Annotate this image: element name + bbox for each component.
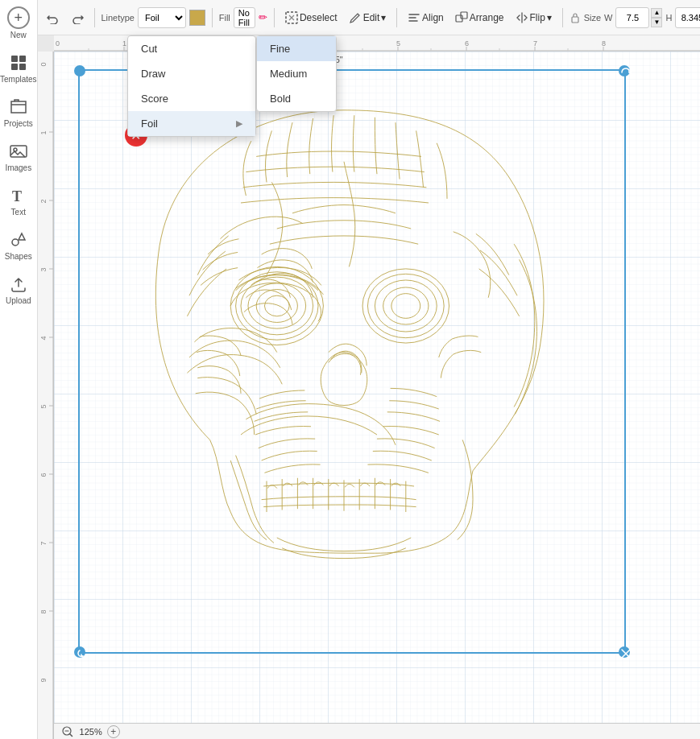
template-icon <box>8 52 29 73</box>
dropdown-item-draw[interactable]: Draw <box>128 61 255 86</box>
sidebar-item-new[interactable]: + New <box>0 0 37 46</box>
dropdown-item-cut[interactable]: Cut <box>128 36 255 61</box>
svg-point-60 <box>230 266 323 345</box>
svg-point-67 <box>367 274 444 337</box>
submenu-item-fine[interactable]: Fine <box>257 36 336 61</box>
svg-point-69 <box>383 287 428 324</box>
svg-text:1: 1 <box>39 130 48 134</box>
sidebar-item-shapes[interactable]: Shapes <box>0 223 37 267</box>
ruler-left: 0 1 2 3 4 5 6 7 8 9 <box>38 52 54 739</box>
svg-point-64 <box>256 290 297 323</box>
size-h-input[interactable] <box>675 7 700 28</box>
size-lock-icon <box>570 12 581 23</box>
fill-button[interactable]: No Fill <box>234 7 255 28</box>
upload-icon <box>8 274 29 295</box>
zoom-add-button[interactable]: + <box>107 725 120 738</box>
flip-button[interactable]: Flip ▾ <box>512 9 556 27</box>
svg-text:5: 5 <box>396 39 400 47</box>
undo-button[interactable] <box>43 9 64 27</box>
deselect-label: Deselect <box>300 12 338 23</box>
zoom-out-button[interactable] <box>60 725 75 739</box>
deselect-button[interactable]: Deselect <box>281 9 342 27</box>
bottom-bar: 125% + <box>54 723 700 739</box>
sep4 <box>396 8 397 27</box>
foil-submenu: Fine Medium Bold <box>256 35 337 112</box>
linetype-color-swatch[interactable] <box>189 10 205 26</box>
pencil-icon: ✏ <box>259 11 267 23</box>
dropdown-foil-label: Foil <box>141 118 158 130</box>
align-label: Align <box>422 12 444 23</box>
svg-text:6: 6 <box>39 473 48 477</box>
svg-text:6: 6 <box>465 39 469 47</box>
canvas-white[interactable]: 7.5" 8.345" ✕ <box>54 52 700 723</box>
sep2 <box>212 8 213 27</box>
svg-rect-12 <box>572 17 578 23</box>
size-w-spin: ▲ ▼ <box>651 8 662 27</box>
sidebar-item-projects[interactable]: Projects <box>0 90 37 134</box>
sep3 <box>274 8 275 27</box>
new-icon: + <box>7 6 30 29</box>
svg-text:7: 7 <box>533 39 537 47</box>
sidebar-templates-label: Templates <box>0 75 37 84</box>
svg-point-65 <box>264 295 289 316</box>
svg-point-70 <box>391 294 420 319</box>
edit-label: Edit <box>363 12 380 23</box>
svg-rect-3 <box>19 64 26 70</box>
submenu-item-medium[interactable]: Medium <box>257 61 336 86</box>
linetype-group: Linetype Foil Cut Draw Score <box>101 7 205 28</box>
sep5 <box>562 8 563 27</box>
sidebar-upload-label: Upload <box>6 296 31 305</box>
svg-point-7 <box>12 239 19 246</box>
fill-value: No Fill <box>238 8 251 27</box>
sidebar-item-templates[interactable]: Templates <box>0 46 37 90</box>
dropdown-cut-label: Cut <box>141 43 157 55</box>
sidebar: + New Templates <box>0 0 38 739</box>
submenu-medium-label: Medium <box>270 68 307 80</box>
size-w-up[interactable]: ▲ <box>651 8 662 18</box>
align-button[interactable]: Align <box>404 9 448 27</box>
linetype-select[interactable]: Foil Cut Draw Score <box>138 7 186 28</box>
svg-text:8: 8 <box>602 39 606 47</box>
submenu-item-bold[interactable]: Bold <box>257 86 336 111</box>
undo-redo-group <box>43 9 88 27</box>
fill-group: Fill No Fill ✏ <box>219 7 267 28</box>
svg-text:2: 2 <box>39 199 48 203</box>
linetype-dropdown: Cut Draw Score Foil ▶ <box>127 35 256 137</box>
dropdown-item-foil[interactable]: Foil ▶ <box>128 111 255 136</box>
svg-text:8: 8 <box>39 609 48 613</box>
flip-arrow-icon: ▾ <box>547 12 552 23</box>
sidebar-item-images[interactable]: Images <box>0 134 37 179</box>
svg-rect-2 <box>11 64 18 70</box>
skull-image <box>86 76 602 639</box>
size-w-input[interactable] <box>615 7 649 28</box>
submenu-bold-label: Bold <box>270 93 291 105</box>
canvas-area[interactable]: 0 1 2 3 4 5 6 7 8 <box>38 35 700 739</box>
size-h-label: H <box>665 13 672 23</box>
size-label: Size <box>584 13 601 23</box>
svg-point-63 <box>248 283 306 328</box>
image-icon <box>8 141 29 162</box>
foil-arrow-icon: ▶ <box>236 118 242 129</box>
toolbar: Linetype Foil Cut Draw Score Fill No Fil… <box>38 0 700 35</box>
redo-button[interactable] <box>67 9 88 27</box>
svg-rect-4 <box>10 146 27 157</box>
svg-text:T: T <box>12 188 22 204</box>
svg-text:0: 0 <box>56 39 60 47</box>
submenu-fine-label: Fine <box>270 43 290 55</box>
sidebar-item-upload[interactable]: Upload <box>0 267 37 312</box>
arrange-button[interactable]: Arrange <box>451 9 508 27</box>
edit-button[interactable]: Edit ▾ <box>345 9 391 27</box>
svg-text:0: 0 <box>39 62 48 66</box>
dropdown-draw-label: Draw <box>141 68 165 80</box>
shapes-icon <box>8 229 29 250</box>
svg-text:9: 9 <box>39 678 48 682</box>
sidebar-item-text[interactable]: T Text <box>0 179 37 223</box>
svg-text:3: 3 <box>39 267 48 271</box>
sidebar-projects-label: Projects <box>4 119 33 128</box>
zoom-value: 125% <box>80 727 102 737</box>
svg-point-62 <box>241 277 313 335</box>
size-w-down[interactable]: ▼ <box>651 18 662 27</box>
fill-label: Fill <box>219 13 230 23</box>
sidebar-images-label: Images <box>5 163 31 172</box>
dropdown-item-score[interactable]: Score <box>128 86 255 111</box>
